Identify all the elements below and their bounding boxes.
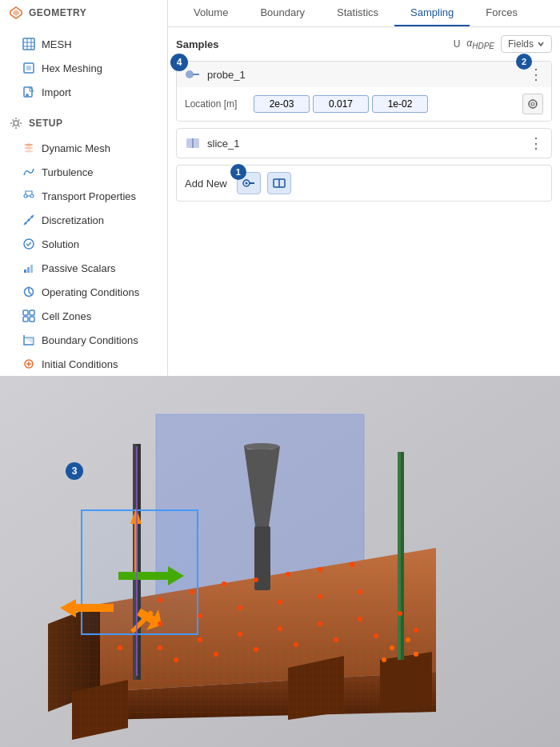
svg-point-75 [350,562,354,567]
location-y-input[interactable] [313,95,369,113]
samples-header: Samples U αHDPE Fields [176,35,552,53]
svg-rect-37 [249,182,254,184]
sidebar-section-setup[interactable]: SETUP [0,110,167,136]
transport-label: Transport Properties [42,190,136,202]
svg-rect-17 [24,270,26,273]
badge-3: 3 [66,462,83,480]
slice-item-header: slice_1 ⋮ [177,129,551,158]
chevron-down-icon [537,40,545,48]
cell-zones-icon [22,310,35,322]
svg-point-98 [390,645,394,650]
setup-label: SETUP [29,118,63,129]
svg-rect-24 [30,317,34,322]
tab-sampling[interactable]: Sampling [394,0,470,26]
svg-point-38 [245,182,247,185]
sidebar-item-dynamic-mesh[interactable]: Dynamic Mesh [0,136,167,160]
svg-point-94 [334,637,338,642]
app-container: GEOMETRY MESH [0,0,560,747]
svg-point-69 [158,597,162,602]
svg-point-93 [294,642,298,647]
svg-point-72 [254,577,258,582]
location-row: Location [m] [177,87,551,121]
probe-name: probe_1 [207,69,522,81]
passive-scalars-label: Passive Scalars [42,262,115,274]
svg-point-15 [31,216,34,218]
probe-icon [185,66,201,82]
import-label: Import [42,86,71,98]
add-probe-btn-wrapper: 1 [237,172,261,194]
sidebar-item-solution[interactable]: Solution [0,232,167,256]
sidebar-item-import[interactable]: Import [0,80,167,104]
solution-icon [22,238,35,250]
add-new-row: Add New 1 [176,165,552,202]
svg-point-97 [382,657,386,662]
tab-boundary[interactable]: Boundary [244,0,321,26]
sidebar-item-hex-meshing[interactable]: Hex Meshing [0,56,167,80]
sidebar-item-initial-conditions[interactable]: Initial Conditions [0,352,167,376]
badge-4: 4 [170,54,188,71]
slice-item: slice_1 ⋮ [176,128,552,158]
svg-point-86 [278,626,282,631]
location-x-input[interactable] [254,95,310,113]
import-icon [22,86,35,98]
badge-2: 2 [516,54,532,70]
turbulence-icon [22,166,35,178]
scalars-icon [22,262,35,274]
svg-rect-22 [30,310,34,315]
probe-more-button[interactable]: ⋮ [529,67,543,82]
svg-point-92 [254,647,258,652]
location-z-input[interactable] [372,95,428,113]
svg-point-82 [118,645,122,650]
sidebar-item-mesh[interactable]: MESH [0,32,167,56]
svg-point-100 [406,637,410,642]
operating-icon [22,286,35,298]
hex-mesh-icon [22,62,35,74]
svg-point-78 [238,605,242,610]
tab-bar: Volume Boundary Statistics Sampling Forc… [168,0,560,27]
location-target-button[interactable] [522,94,543,114]
svg-point-61 [244,443,279,449]
svg-rect-21 [23,310,28,315]
fields-dropdown[interactable]: Fields [501,35,552,53]
sidebar-section-geometry[interactable]: GEOMETRY [0,0,167,26]
sidebar-item-cell-zones[interactable]: Cell Zones [0,304,167,328]
svg-point-12 [30,194,34,198]
svg-rect-58 [398,452,401,660]
svg-point-27 [186,70,194,78]
meta-u: U [454,38,461,50]
svg-point-91 [214,652,218,657]
add-slice-button[interactable] [267,172,291,194]
svg-point-71 [222,581,226,586]
svg-rect-18 [27,267,30,273]
dynamic-mesh-icon [22,142,35,154]
svg-point-99 [414,652,418,657]
badge-1: 1 [230,164,246,180]
svg-point-85 [238,632,242,637]
sidebar-item-discretization[interactable]: Discretization [0,208,167,232]
tab-forces[interactable]: Forces [470,0,534,26]
slice-name: slice_1 [207,138,522,150]
sidebar-item-boundary-conditions[interactable]: Boundary Conditions [0,328,167,352]
tab-volume[interactable]: Volume [178,0,244,26]
probe-item: 4 probe_1 2 ⋮ [176,61,552,122]
dynamic-mesh-label: Dynamic Mesh [42,142,110,154]
sidebar-item-operating-conditions[interactable]: Operating Conditions [0,280,167,304]
main-content: Volume Boundary Statistics Sampling Forc… [168,0,560,376]
operating-conditions-label: Operating Conditions [42,286,139,298]
svg-point-83 [158,645,162,650]
sidebar-item-turbulence[interactable]: Turbulence [0,160,167,184]
meta-alpha: αHDPE [466,38,494,50]
svg-point-96 [414,628,418,633]
sidebar-item-passive-scalars[interactable]: Passive Scalars [0,256,167,280]
slice-more-button[interactable]: ⋮ [529,136,543,150]
add-new-label: Add New [185,178,227,190]
setup-icon [10,117,22,130]
slice-icon [185,135,201,151]
sidebar-item-transport[interactable]: Transport Properties [0,184,167,208]
boundary-conditions-label: Boundary Conditions [42,334,138,346]
svg-point-76 [158,621,162,626]
tab-statistics[interactable]: Statistics [321,0,394,26]
svg-point-13 [25,222,27,225]
svg-point-11 [24,194,27,198]
svg-point-81 [358,589,362,594]
